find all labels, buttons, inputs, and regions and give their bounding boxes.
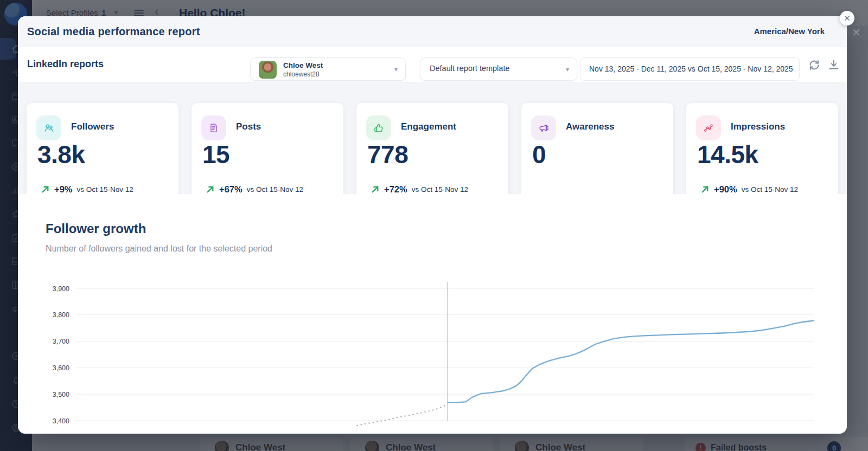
profile-avatar bbox=[259, 61, 277, 79]
stat-card-impressions: Impressions14.5k+90%vs Oct 15-Nov 12 bbox=[686, 103, 838, 207]
stat-value: 0 bbox=[532, 140, 546, 169]
date-range-text: Nov 13, 2025 - Dec 11, 2025 vs Oct 15, 2… bbox=[589, 65, 793, 73]
modal-title: Social media performance report bbox=[27, 16, 200, 47]
chart-subtitle: Number of followers gained and lost for … bbox=[46, 244, 272, 254]
stat-card-posts: Posts15+67%vs Oct 15-Nov 12 bbox=[192, 103, 343, 207]
report-toolbar: LinkedIn reports Chloe West chloewest28 … bbox=[18, 47, 847, 82]
y-axis-tick: 3,900 bbox=[53, 285, 69, 293]
timezone-label: America/New York bbox=[754, 16, 825, 47]
y-axis-tick: 3,800 bbox=[53, 311, 69, 319]
series-current bbox=[448, 321, 814, 403]
profile-name: Chloe West bbox=[283, 61, 323, 69]
stat-label: Engagement bbox=[401, 121, 456, 132]
y-axis-tick: 3,600 bbox=[53, 364, 69, 372]
stat-delta: +67%vs Oct 15-Nov 12 bbox=[206, 184, 303, 195]
arrow-up-right-icon bbox=[700, 185, 710, 194]
stat-card-awareness: Awareness0 bbox=[521, 103, 673, 207]
chevron-down-icon: ▾ bbox=[566, 66, 569, 73]
report-modal: ✕ Social media performance report Americ… bbox=[18, 16, 847, 434]
stat-value: 3.8k bbox=[37, 140, 85, 169]
awareness-icon bbox=[531, 115, 556, 140]
impressions-icon bbox=[696, 115, 721, 140]
stat-value: 15 bbox=[202, 140, 229, 169]
chevron-down-icon: ▾ bbox=[394, 66, 398, 73]
followers-icon bbox=[36, 115, 61, 140]
y-axis-tick: 3,500 bbox=[53, 391, 69, 398]
arrow-up-right-icon bbox=[41, 185, 50, 194]
stat-label: Awareness bbox=[566, 121, 614, 132]
close-button[interactable]: ✕ bbox=[840, 11, 854, 25]
stat-card-followers: Followers3.8k+9%vs Oct 15-Nov 12 bbox=[27, 103, 178, 207]
stat-delta: +90%vs Oct 15-Nov 12 bbox=[700, 184, 798, 195]
refresh-icon[interactable] bbox=[808, 59, 821, 72]
stat-label: Followers bbox=[71, 121, 114, 132]
y-axis-tick: 3,700 bbox=[53, 338, 69, 345]
stat-label: Posts bbox=[236, 121, 261, 132]
chart-title: Follower growth bbox=[46, 221, 146, 236]
stat-label: Impressions bbox=[731, 121, 785, 132]
date-range-picker[interactable]: Nov 13, 2025 - Dec 11, 2025 vs Oct 15, 2… bbox=[580, 57, 800, 81]
profile-select[interactable]: Chloe West chloewest28 ▾ bbox=[250, 57, 406, 81]
engagement-icon bbox=[366, 115, 391, 140]
profile-handle: chloewest28 bbox=[283, 70, 320, 78]
y-axis-tick: 3,400 bbox=[53, 417, 69, 425]
stat-value: 778 bbox=[367, 140, 408, 169]
stat-value: 14.5k bbox=[697, 140, 758, 169]
posts-icon bbox=[201, 115, 226, 140]
template-value: Default report template bbox=[430, 64, 510, 73]
follower-growth-chart: 3,9003,8003,7003,6003,5003,400 bbox=[52, 279, 819, 426]
modal-header: Social media performance report America/… bbox=[18, 16, 847, 47]
stat-delta: +9%vs Oct 15-Nov 12 bbox=[41, 184, 133, 195]
arrow-up-right-icon bbox=[206, 185, 215, 194]
stat-delta: +72%vs Oct 15-Nov 12 bbox=[371, 184, 468, 195]
stat-card-engagement: Engagement778+72%vs Oct 15-Nov 12 bbox=[356, 103, 508, 207]
template-select[interactable]: Default report template ▾ bbox=[420, 57, 577, 81]
follower-growth-section: Follower growth Number of followers gain… bbox=[18, 194, 847, 434]
download-icon[interactable] bbox=[827, 59, 840, 72]
series-previous bbox=[357, 405, 448, 426]
section-title: LinkedIn reports bbox=[27, 59, 104, 70]
arrow-up-right-icon bbox=[371, 185, 380, 194]
stats-row: Followers3.8k+9%vs Oct 15-Nov 12Posts15+… bbox=[18, 87, 847, 195]
background-close-icon: ✕ bbox=[852, 27, 861, 38]
